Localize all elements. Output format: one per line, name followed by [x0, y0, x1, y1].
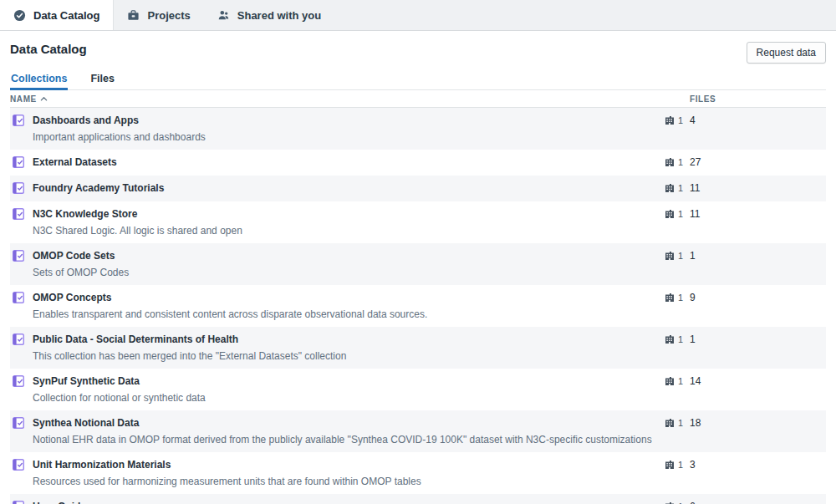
tab-files[interactable]: Files [89, 71, 115, 89]
office-building-icon [665, 460, 675, 470]
collection-icon [12, 500, 25, 504]
collection-name: Synthea Notional Data [33, 417, 652, 429]
office-building-icon [665, 376, 675, 386]
org-count-cell: 1 [665, 410, 690, 452]
column-spacer [665, 94, 690, 104]
collection-name-cell: Public Data - Social Determinants of Hea… [10, 327, 665, 369]
collection-icon [12, 333, 25, 346]
collection-row[interactable]: External Datasets 1 27 [10, 150, 826, 176]
collection-icon [12, 458, 25, 471]
tab-collections[interactable]: Collections [10, 71, 68, 90]
tab-shared-with-you[interactable]: Shared with you [204, 0, 334, 30]
data-catalog-page: Data Catalog Request data Collections Fi… [0, 31, 836, 504]
page-title: Data Catalog [10, 42, 87, 56]
collection-row[interactable]: Foundry Academy Tutorials 1 11 [10, 176, 826, 201]
collection-text: Public Data - Social Determinants of Hea… [33, 333, 346, 362]
collection-name: Dashboards and Apps [33, 115, 206, 126]
collection-description: Notional EHR data in OMOP format derived… [33, 435, 652, 445]
collection-row[interactable]: Synthea Notional Data Notional EHR data … [10, 410, 826, 452]
office-building-icon [665, 418, 675, 428]
tab-projects[interactable]: Projects [114, 0, 203, 30]
office-building-icon [665, 334, 675, 344]
collection-name-cell: External Datasets [10, 150, 665, 176]
org-count: 1 [678, 375, 683, 387]
org-count-cell: 1 [665, 452, 690, 494]
org-count: 1 [678, 156, 683, 168]
org-count: 1 [678, 182, 683, 194]
collection-row[interactable]: Unit Harmonization Materials Resources u… [10, 452, 826, 494]
files-count: 6 [690, 494, 826, 504]
office-building-icon [665, 115, 675, 125]
collection-row[interactable]: Public Data - Social Determinants of Hea… [10, 327, 826, 369]
org-count-cell: 1 [665, 327, 690, 369]
files-count: 27 [690, 150, 826, 176]
files-count: 11 [690, 176, 826, 201]
collection-name-cell: SynPuf Synthetic Data Collection for not… [10, 369, 665, 410]
collection-row[interactable]: OMOP Concepts Enables transparent and co… [10, 285, 826, 327]
collection-icon [12, 374, 25, 388]
collection-text: N3C Knowledge Store N3C Shared Logic. Al… [33, 208, 242, 237]
collection-name-cell: Dashboards and Apps Important applicatio… [10, 108, 665, 150]
collection-icon [12, 416, 25, 430]
org-count-cell: 1 [665, 243, 690, 285]
org-count-cell: 1 [665, 285, 690, 327]
view-tabs: Collections Files [10, 71, 826, 90]
org-count: 1 [678, 250, 683, 262]
collection-name: Foundry Academy Tutorials [33, 182, 164, 194]
tab-label: Projects [147, 9, 190, 22]
files-count: 11 [690, 201, 826, 243]
org-count: 1 [678, 501, 683, 504]
files-count: 1 [690, 327, 826, 369]
column-header-name[interactable]: NAME [10, 94, 665, 104]
collection-description: This collection has been merged into the… [33, 351, 346, 362]
collection-name: OMOP Code Sets [33, 250, 129, 262]
org-count: 1 [678, 292, 683, 303]
collection-row[interactable]: User Guides Guides for using various too… [10, 494, 826, 504]
collection-description: Important applications and dashboards [33, 132, 206, 143]
collection-text: User Guides Guides for using various too… [33, 501, 221, 504]
collection-icon [12, 249, 25, 262]
collection-text: Synthea Notional Data Notional EHR data … [33, 417, 652, 445]
collection-name-cell: Synthea Notional Data Notional EHR data … [10, 410, 665, 452]
tab-label: Data Catalog [33, 9, 99, 22]
collection-name: N3C Knowledge Store [33, 208, 242, 220]
org-count-cell: 1 [665, 108, 690, 150]
office-building-icon [665, 183, 675, 193]
collection-description: Enables transparent and consistent conte… [33, 309, 427, 320]
collection-row[interactable]: SynPuf Synthetic Data Collection for not… [10, 369, 826, 410]
org-count: 1 [678, 417, 683, 429]
files-count: 18 [690, 410, 826, 452]
office-building-icon [665, 157, 675, 167]
collection-name-cell: OMOP Code Sets Sets of OMOP Codes [10, 243, 665, 285]
collection-text: OMOP Concepts Enables transparent and co… [33, 292, 427, 320]
files-count: 3 [690, 452, 826, 494]
collection-row[interactable]: OMOP Code Sets Sets of OMOP Codes 1 1 [10, 243, 826, 285]
collection-name: OMOP Concepts [33, 292, 427, 303]
collection-row[interactable]: Dashboards and Apps Important applicatio… [10, 108, 826, 150]
tab-data-catalog[interactable]: Data Catalog [0, 0, 114, 30]
office-building-icon [665, 251, 675, 261]
collection-row[interactable]: N3C Knowledge Store N3C Shared Logic. Al… [10, 201, 826, 243]
column-header-files[interactable]: FILES [690, 94, 826, 104]
collection-text: SynPuf Synthetic Data Collection for not… [33, 375, 206, 404]
toolbox-icon [127, 9, 140, 22]
collection-description: Resources used for harmonizing measureme… [33, 476, 421, 487]
collection-text: External Datasets [33, 156, 117, 168]
collection-name-cell: OMOP Concepts Enables transparent and co… [10, 285, 665, 327]
table-header: NAME FILES [10, 90, 826, 108]
collection-name-cell: Unit Harmonization Materials Resources u… [10, 452, 665, 494]
org-count: 1 [678, 115, 683, 126]
people-icon [217, 9, 230, 22]
collection-name: SynPuf Synthetic Data [33, 375, 206, 387]
org-count: 1 [678, 459, 683, 471]
files-count: 9 [690, 285, 826, 327]
org-count-cell: 1 [665, 369, 690, 410]
request-data-button[interactable]: Request data [747, 42, 826, 64]
office-building-icon [665, 209, 675, 219]
collection-text: Dashboards and Apps Important applicatio… [33, 115, 206, 143]
collection-description: Sets of OMOP Codes [33, 267, 129, 278]
org-count-cell: 1 [665, 176, 690, 201]
office-building-icon [665, 293, 675, 303]
collection-name: Public Data - Social Determinants of Hea… [33, 333, 346, 345]
collection-icon [12, 155, 25, 169]
